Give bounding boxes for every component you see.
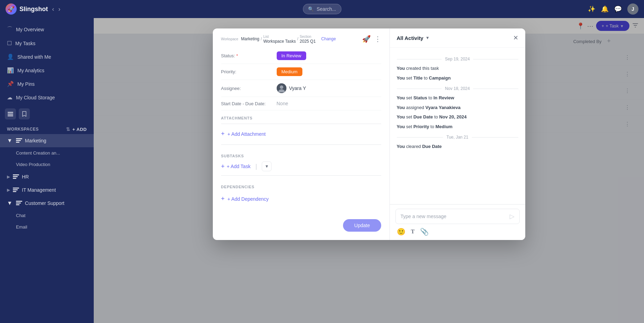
add-dependency-plus-icon: + bbox=[221, 195, 225, 202]
assignee-value[interactable]: Vyara Y bbox=[277, 83, 381, 93]
sidebar-nav-my-overview[interactable]: ⌒ My Overview bbox=[0, 22, 94, 36]
workspaces-section-header: Workspaces ⇅ + Add bbox=[0, 122, 94, 134]
message-input-row[interactable]: Type a new message ▷ bbox=[395, 209, 520, 224]
dependencies-section: DEPENDENCIES + + Add Dependency bbox=[221, 175, 381, 205]
customer-support-label: Customer Support bbox=[25, 200, 82, 206]
assignee-avatar bbox=[277, 83, 286, 93]
close-modal-button[interactable]: ✕ bbox=[513, 34, 518, 42]
sub-item-content-creation[interactable]: Content Creation an... ⋯ bbox=[0, 147, 94, 159]
workspaces-actions: ⇅ + Add bbox=[66, 126, 87, 132]
task-detail-modal: Workspace Marketing / List Workspace Tas… bbox=[213, 28, 525, 240]
message-placeholder[interactable]: Type a new message bbox=[401, 214, 506, 219]
priority-value[interactable]: Medium bbox=[277, 67, 381, 76]
add-task-plus: + bbox=[221, 163, 225, 170]
task-field-assignee: Assignee: Vyara Y bbox=[221, 80, 381, 97]
cloud-icon: ☁ bbox=[7, 94, 12, 101]
sub-item-email[interactable]: Email ⋯ bbox=[0, 221, 94, 233]
add-workspace-button[interactable]: + Add bbox=[73, 127, 87, 132]
sub-item-chat[interactable]: Chat ⋯ bbox=[0, 210, 94, 221]
task-field-status: Status: * In Review bbox=[221, 48, 381, 64]
svg-rect-6 bbox=[13, 174, 19, 175]
svg-rect-5 bbox=[16, 142, 19, 143]
update-button[interactable]: Update bbox=[343, 219, 381, 232]
activity-title-dropdown[interactable]: All Activity ▼ bbox=[397, 35, 430, 41]
breadcrumb-list: List Workspace Tasks bbox=[263, 34, 296, 44]
status-badge-in-review[interactable]: In Review bbox=[277, 51, 306, 60]
date-divider-nov2024: Nov 18, 2024 bbox=[397, 86, 518, 91]
sub-item-video-production[interactable]: Video Production ⋯ bbox=[0, 159, 94, 170]
bell-icon[interactable]: 🔔 bbox=[601, 5, 609, 13]
date-value[interactable]: None bbox=[277, 100, 381, 107]
sidebar-nav-my-cloud-storage[interactable]: ☁ My Cloud Storage bbox=[0, 91, 94, 104]
it-workspace-icon: ▶ bbox=[7, 188, 10, 192]
top-navigation: 🚀 Slingshot ‹ › 🔍 Search... ✨ 🔔 💬 J bbox=[0, 0, 644, 18]
update-button-container: Update bbox=[221, 212, 381, 232]
sidebar-nav-shared-with-me[interactable]: 👤 Shared with Me bbox=[0, 50, 94, 64]
app-logo[interactable]: 🚀 Slingshot bbox=[6, 3, 48, 15]
hr-workspace-icon: ▶ bbox=[7, 174, 10, 179]
app-name: Slingshot bbox=[19, 6, 48, 13]
svg-rect-12 bbox=[16, 201, 22, 202]
nav-forward-button[interactable]: › bbox=[58, 6, 60, 13]
task-field-dates: Start Date - Due Date: None bbox=[221, 97, 381, 110]
task-breadcrumb: Workspace Marketing / List Workspace Tas… bbox=[221, 34, 336, 44]
workspace-item-it-management[interactable]: ▶ IT Management ⋯ bbox=[0, 183, 94, 197]
breadcrumb-sep-1: / bbox=[261, 36, 262, 41]
svg-rect-9 bbox=[13, 188, 19, 189]
attachment-icon[interactable]: 📎 bbox=[420, 227, 429, 236]
date-none: None bbox=[277, 101, 288, 106]
add-attachment-label: + Add Attachment bbox=[227, 131, 266, 137]
change-link[interactable]: Change bbox=[321, 36, 336, 41]
layers-view-toggle[interactable] bbox=[5, 108, 16, 119]
workspace-item-customer-support[interactable]: ▼ Customer Support ⋯ bbox=[0, 197, 94, 210]
rocket-icon[interactable]: 🚀 bbox=[362, 35, 371, 43]
svg-rect-7 bbox=[13, 176, 18, 177]
task-more-options[interactable]: ⋮ bbox=[374, 35, 381, 43]
add-attachment-button[interactable]: + + Add Attachment bbox=[221, 127, 381, 140]
send-icon[interactable]: ▷ bbox=[510, 213, 515, 220]
sidebar-nav-my-analytics[interactable]: 📊 My Analytics bbox=[0, 64, 94, 77]
workspace-item-marketing[interactable]: ▼ Marketing ⋯ bbox=[0, 134, 94, 147]
svg-rect-10 bbox=[13, 189, 18, 190]
sparkle-icon[interactable]: ✨ bbox=[588, 5, 595, 13]
add-task-button-subtask[interactable]: + + Add Task bbox=[221, 163, 251, 170]
nav-actions: ✨ 🔔 💬 J bbox=[588, 3, 638, 15]
activity-panel: All Activity ▼ ✕ Sep 19, 2024 You create… bbox=[390, 28, 525, 240]
sidebar-nav-my-pins[interactable]: 📌 My Pins bbox=[0, 77, 94, 91]
overview-icon: ⌒ bbox=[7, 26, 12, 33]
logo-icon: 🚀 bbox=[6, 3, 17, 15]
tasks-icon: ☐ bbox=[7, 40, 12, 47]
date-divider-sep2024: Sep 19, 2024 bbox=[397, 57, 518, 61]
task-field-priority: Priority: Medium bbox=[221, 64, 381, 80]
sidebar-label-my-analytics: My Analytics bbox=[17, 68, 44, 73]
breadcrumb-section-val: 2025 Q1 bbox=[300, 39, 316, 44]
subtask-expand-button[interactable]: ▼ bbox=[262, 162, 271, 171]
breadcrumb-sep-2: / bbox=[297, 36, 298, 41]
sort-icon[interactable]: ⇅ bbox=[66, 126, 70, 132]
breadcrumb-section: Section 2025 Q1 bbox=[300, 34, 316, 44]
svg-rect-1 bbox=[8, 114, 13, 115]
sidebar-label-my-overview: My Overview bbox=[16, 27, 44, 32]
status-value[interactable]: In Review bbox=[277, 51, 381, 60]
search-bar[interactable]: 🔍 Search... bbox=[303, 4, 341, 14]
hr-workspace-label: HR bbox=[22, 174, 82, 180]
shared-icon: 👤 bbox=[7, 53, 14, 60]
user-avatar[interactable]: J bbox=[627, 3, 638, 15]
svg-rect-14 bbox=[16, 204, 19, 205]
pins-icon: 📌 bbox=[7, 81, 14, 87]
priority-label: Priority: bbox=[221, 69, 277, 74]
dependencies-section-label: DEPENDENCIES bbox=[221, 185, 381, 189]
bookmark-view-toggle[interactable] bbox=[19, 108, 30, 119]
priority-badge-medium[interactable]: Medium bbox=[277, 67, 302, 76]
sidebar-nav-my-tasks[interactable]: ☐ My Tasks bbox=[0, 36, 94, 50]
workspace-item-hr[interactable]: ▶ HR ⋯ bbox=[0, 170, 94, 183]
chat-icon[interactable]: 💬 bbox=[614, 5, 622, 13]
nav-back-button[interactable]: ‹ bbox=[52, 6, 54, 13]
svg-rect-2 bbox=[8, 115, 13, 116]
add-dependency-button[interactable]: + + Add Dependency bbox=[221, 192, 381, 205]
emoji-icon[interactable]: 🙂 bbox=[397, 227, 405, 236]
task-header-actions: 🚀 ⋮ bbox=[362, 35, 381, 43]
message-actions: 🙂 T 📎 bbox=[395, 227, 520, 236]
text-format-icon[interactable]: T bbox=[411, 229, 415, 235]
date-sep2024: Sep 19, 2024 bbox=[445, 57, 470, 61]
